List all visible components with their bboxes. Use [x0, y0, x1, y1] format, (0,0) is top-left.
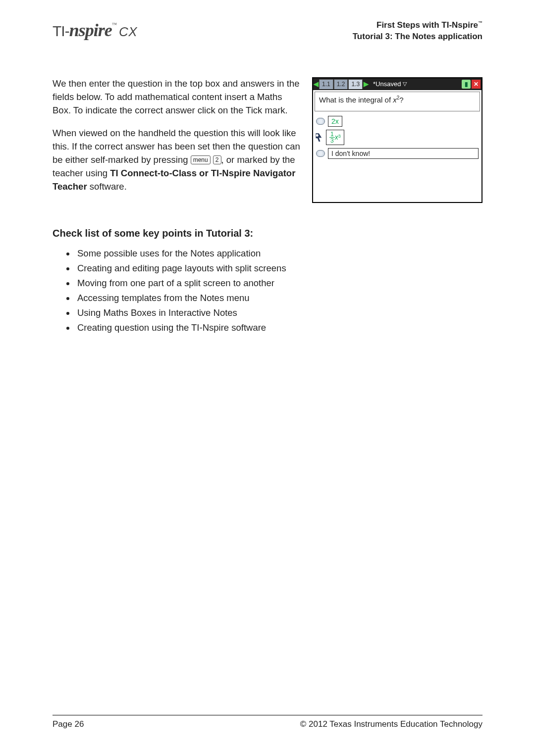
list-item: Creating and editing page layouts with s… — [75, 263, 482, 274]
answers-area: 2x 1 3 x3 I don't know! — [313, 113, 482, 197]
tab-1-2[interactable]: 1.2 — [334, 79, 348, 89]
key-2: 2 — [213, 155, 221, 164]
logo-cx: CX — [119, 24, 137, 39]
logo: TI-nspire™CX — [53, 20, 137, 41]
logo-tm: ™ — [112, 22, 117, 27]
list-item: Using Maths Boxes in Interactive Notes — [75, 307, 482, 318]
list-item: Creating question using the TI-Nspire so… — [75, 322, 482, 333]
close-icon[interactable]: ✕ — [472, 80, 481, 89]
fraction: 1 3 — [329, 131, 335, 144]
calculator-screenshot: ◀ 1.1 1.2 1.3 ▶ *Unsaved ▽ ▮ ✕ What is t… — [312, 77, 482, 203]
question-box[interactable]: What is the integral of x2? — [315, 92, 480, 111]
title-chevron-icon[interactable]: ▽ — [403, 81, 407, 87]
list-item: Accessing templates from the Notes menu — [75, 293, 482, 303]
nav-right-icon[interactable]: ▶ — [363, 80, 369, 88]
page: TI-nspire™CX First Steps with TI-Nspire™… — [0, 0, 535, 756]
page-number: Page 26 — [53, 719, 84, 729]
radio-icon[interactable] — [316, 118, 325, 125]
list-item: Some possible uses for the Notes applica… — [75, 248, 482, 259]
header-line1: First Steps with TI-Nspire™ — [353, 20, 482, 31]
list-item: Moving from one part of a split screen t… — [75, 278, 482, 289]
body-row: We then enter the question in the top bo… — [53, 77, 482, 203]
paragraph-2: When viewed on the handheld the question… — [53, 127, 302, 193]
answer-2[interactable]: 1 3 x3 — [326, 130, 344, 145]
tab-1-3[interactable]: 1.3 — [348, 79, 363, 89]
logo-prefix: TI- — [53, 23, 69, 39]
answer-row-2[interactable]: 1 3 x3 — [316, 130, 479, 145]
answer-3[interactable]: I don't know! — [328, 148, 479, 159]
calc-titlebar: ◀ 1.1 1.2 1.3 ▶ *Unsaved ▽ ▮ ✕ — [313, 78, 482, 90]
doc-title: *Unsaved ▽ — [369, 80, 462, 88]
header-right: First Steps with TI-Nspire™ Tutorial 3: … — [353, 20, 482, 43]
radio-icon[interactable] — [316, 150, 325, 157]
answer-1[interactable]: 2x — [328, 116, 342, 127]
paragraph-1: We then enter the question in the top bo… — [53, 77, 302, 117]
tab-1-1[interactable]: 1.1 — [319, 79, 333, 89]
copyright: © 2012 Texas Instruments Education Techn… — [300, 719, 482, 729]
checklist: Some possible uses for the Notes applica… — [53, 248, 482, 333]
checklist-heading: Check list of some key points in Tutoria… — [53, 228, 482, 239]
cursor-icon — [315, 133, 322, 142]
answer-row-1[interactable]: 2x — [316, 115, 479, 128]
page-footer: Page 26 © 2012 Texas Instruments Educati… — [53, 715, 482, 729]
key-menu: menu — [191, 155, 211, 164]
battery-icon: ▮ — [462, 80, 471, 89]
nav-left-icon[interactable]: ◀ — [313, 80, 319, 88]
logo-nspire: nspire — [69, 20, 112, 40]
page-header: TI-nspire™CX First Steps with TI-Nspire™… — [53, 20, 482, 43]
header-line2: Tutorial 3: The Notes application — [353, 31, 482, 43]
text-column: We then enter the question in the top bo… — [53, 77, 302, 203]
calc-empty-area — [316, 162, 479, 187]
answer-row-3[interactable]: I don't know! — [316, 147, 479, 160]
